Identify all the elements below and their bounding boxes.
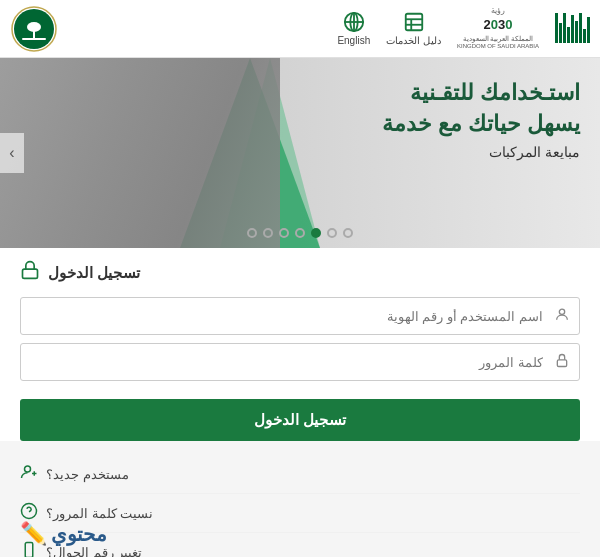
svg-point-3 xyxy=(27,22,41,32)
username-group xyxy=(20,297,580,335)
lock-icon xyxy=(554,353,570,372)
banner-text-block: استـخدامك للتقـنية يسهل حياتك مع خدمة مب… xyxy=(382,78,580,160)
svg-rect-4 xyxy=(22,38,46,40)
banner-dot-4[interactable] xyxy=(295,228,305,238)
password-group xyxy=(20,343,580,381)
new-user-link-row[interactable]: مستخدم جديد؟ xyxy=(20,455,580,494)
banner-prev-button[interactable]: ‹ xyxy=(0,133,24,173)
banner-dot-7[interactable] xyxy=(343,228,353,238)
header-left xyxy=(10,5,58,53)
banner-title-line1: استـخدامك للتقـنية xyxy=(382,78,580,109)
password-input[interactable] xyxy=(20,343,580,381)
new-user-icon xyxy=(20,463,38,485)
language-switcher[interactable]: English xyxy=(337,11,370,46)
banner-dot-1[interactable] xyxy=(247,228,257,238)
services-guide[interactable]: دليل الخدمات xyxy=(386,11,441,46)
services-label: دليل الخدمات xyxy=(386,35,441,46)
vision-country-en: KINGDOM OF SAUDI ARABIA xyxy=(457,43,539,51)
login-button[interactable]: تسجيل الدخول xyxy=(20,399,580,441)
svg-point-14 xyxy=(559,309,564,314)
banner-dots xyxy=(247,228,353,238)
svg-point-16 xyxy=(25,466,31,472)
banner-title-line2: يسهل حياتك مع خدمة xyxy=(382,109,580,140)
svg-rect-13 xyxy=(23,269,38,278)
vision-country: المملكة العربية السعودية xyxy=(457,34,539,43)
user-icon xyxy=(554,307,570,326)
vision-2030-logo: رؤية 2030 المملكة العربية السعودية KINGD… xyxy=(457,6,539,50)
forgot-password-text: نسيت كلمة المرور؟ xyxy=(46,506,153,521)
svg-rect-15 xyxy=(557,360,566,367)
login-section: تسجيل الدخول xyxy=(0,248,600,441)
banner-dot-6[interactable] xyxy=(327,228,337,238)
book-icon xyxy=(403,11,425,33)
language-label: English xyxy=(337,35,370,46)
saudi-logo xyxy=(10,5,58,53)
site-header: English دليل الخدمات رؤية 2030 المملكة ا… xyxy=(0,0,600,58)
banner-image xyxy=(0,58,280,248)
username-input[interactable] xyxy=(20,297,580,335)
footer-logo: ✏️ محتوي xyxy=(20,521,107,547)
svg-rect-9 xyxy=(405,14,422,31)
barcode-icon xyxy=(555,13,590,43)
login-title: تسجيل الدخول xyxy=(48,264,140,282)
banner-dot-5[interactable] xyxy=(311,228,321,238)
header-right: English دليل الخدمات رؤية 2030 المملكة ا… xyxy=(337,6,590,50)
footer-brand-text: محتوي xyxy=(51,522,107,546)
banner-dot-2[interactable] xyxy=(263,228,273,238)
banner-dot-3[interactable] xyxy=(279,228,289,238)
login-icon xyxy=(20,260,40,285)
new-user-text: مستخدم جديد؟ xyxy=(46,467,129,482)
banner-subtitle: مبايعة المركبات xyxy=(382,144,580,160)
login-title-row: تسجيل الدخول xyxy=(20,260,580,285)
vision-word: رؤية xyxy=(457,6,539,16)
pen-icon: ✏️ xyxy=(20,521,47,547)
globe-icon xyxy=(343,11,365,33)
hero-banner: ‹ استـخدامك للتقـنية يسهل حياتك مع خدمة … xyxy=(0,58,600,248)
